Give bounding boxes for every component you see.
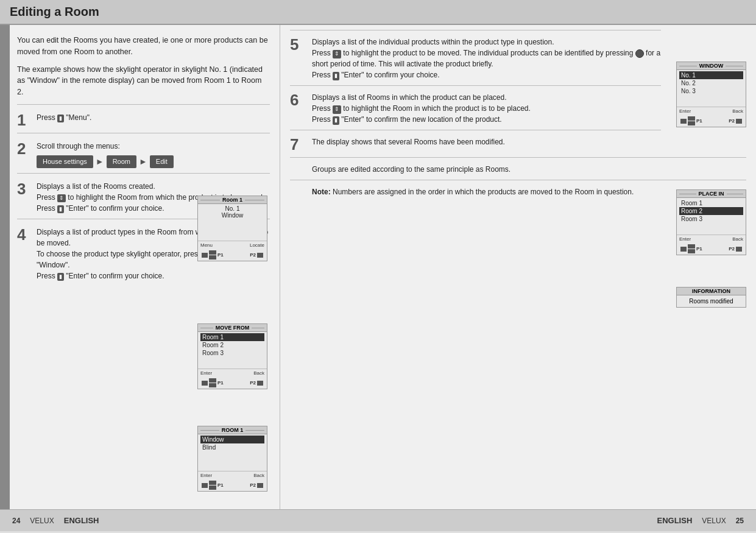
footer-left-lang: ENGLISH — [64, 516, 99, 525]
footer-right: ENGLISH VELUX 25 — [657, 516, 744, 525]
widget-window-ctrl-up[interactable] — [688, 116, 695, 121]
widget-room1-products-ctrl-updown — [209, 481, 216, 490]
groups-text: Groups are edited according to the same … — [312, 164, 746, 175]
widget-placein: PLACE IN Room 1 Room 2 Room 3 Enter Back — [676, 189, 746, 255]
widget-room1-products-p2-group: P2 — [250, 482, 263, 488]
widget-room1-titlebar: Room 1 — [198, 196, 267, 204]
right-panel: 5 Displays a list of the individual prod… — [280, 25, 756, 509]
left-accent-bar — [0, 25, 10, 509]
widget-movefrom-ctrl-left[interactable] — [202, 381, 208, 386]
widget-room1-products: ROOM 1 Window Blind Enter Back P1 — [197, 426, 267, 492]
widget-room1-line1: No. 1 — [200, 205, 264, 212]
step-3-btn-icon: ⇕ — [57, 194, 66, 203]
widget-room1-ctrl-right[interactable] — [257, 253, 263, 258]
widget-room1-btn-right: Locate — [250, 242, 264, 248]
widget-placein-ctrl-up[interactable] — [688, 244, 695, 249]
nav-arrow-1: ► — [96, 155, 104, 168]
left-panel: You can edit the Rooms you have created,… — [0, 25, 280, 509]
widget-window-p1-label: P1 — [696, 118, 702, 124]
widget-movefrom-ctrl-up[interactable] — [209, 378, 216, 383]
step-1-menu-key: ▮ — [57, 115, 64, 123]
footer-left-page: 24 — [12, 517, 20, 525]
step-1-content: Press ▮ "Menu". — [37, 112, 270, 123]
widget-window-ctrl-updown — [688, 116, 695, 125]
step-4-line3: Press ▮ "Enter" to confirm your choice. — [37, 270, 270, 281]
page-header: Editing a Room — [0, 0, 756, 25]
widget-room1-ctrl-up[interactable] — [209, 250, 216, 255]
groups-content: Groups are edited according to the same … — [312, 164, 746, 175]
widget-movefrom-item-0: Room 1 — [200, 333, 264, 341]
widget-placein-item-2: Room 3 — [679, 215, 743, 223]
footer-right-brand: VELUX — [702, 517, 726, 525]
step-5-btn-icon: ⇕ — [333, 50, 341, 58]
widget-movefrom-p2-label: P2 — [250, 380, 256, 386]
widget-room1-display: No. 1 Window — [198, 204, 267, 241]
widget-window-ctrl-left[interactable] — [680, 119, 687, 124]
widget-room1-products-ctrl-right[interactable] — [257, 483, 263, 488]
widget-movefrom-btn-right: Back — [253, 370, 264, 376]
widget-window-item-2: No. 3 — [679, 87, 743, 95]
nav-room: Room — [107, 155, 136, 168]
widget-window-ctrl-right[interactable] — [736, 119, 742, 124]
widget-room1-products-btn-right: Back — [253, 473, 264, 478]
widget-room1-products-ctrl-up[interactable] — [209, 481, 216, 485]
step-2-content: Scroll through the menus: House settings… — [37, 141, 270, 168]
widget-window: WINDOW No. 1 No. 2 No. 3 Enter Back P1 — [676, 62, 746, 127]
widget-window-titlebar: WINDOW — [677, 62, 746, 70]
step-1-number: 1 — [17, 112, 32, 128]
widget-room1-p2-group: P2 — [250, 252, 263, 258]
step-6-line2: Press ⇕ to highlight the Room in which t… — [312, 103, 661, 114]
widget-placein-ctrl-right[interactable] — [736, 247, 742, 252]
widget-window-btn-left: Enter — [679, 108, 691, 114]
footer-left: 24 VELUX ENGLISH — [12, 516, 99, 525]
widget-placein-p1-group: P1 — [680, 244, 702, 253]
step-3-line1: Displays a list of the Rooms created. — [37, 181, 270, 192]
widget-movefrom-ctrl-right[interactable] — [257, 381, 263, 386]
step-4-number: 4 — [17, 227, 32, 242]
widget-placein-title: PLACE IN — [696, 191, 727, 197]
step-6-content: Displays a list of Rooms in which the pr… — [312, 92, 661, 125]
step-5-line3: Press ▮ "Enter" to confirm your choice. — [312, 69, 661, 80]
step-1-text2: "Menu". — [66, 113, 91, 122]
step-6-line1: Displays a list of Rooms in which the pr… — [312, 92, 661, 103]
step-6-btn-icon: ⇕ — [333, 105, 341, 114]
widget-placein-titlebar: PLACE IN — [677, 190, 746, 198]
widget-window-item-0: No. 1 — [679, 71, 743, 79]
widget-placein-ctrl-down[interactable] — [688, 249, 695, 253]
widget-placein-ctrl-left[interactable] — [680, 247, 687, 252]
intro-paragraph-1: You can edit the Rooms you have created,… — [17, 35, 270, 58]
widget-room1-products-item-0: Window — [200, 436, 264, 443]
widget-room1-products-p1-group: P1 — [202, 481, 224, 490]
widget-room1-line2: Window — [200, 212, 264, 219]
step-5-section: 5 Displays a list of the individual prod… — [290, 30, 661, 85]
widget-room1-ctrl-left[interactable] — [202, 253, 208, 258]
step-3-enter-icon: ▮ — [57, 205, 64, 214]
step-3-number: 3 — [17, 181, 32, 197]
step-6-line3: Press ▮ "Enter" to confirm the new locat… — [312, 114, 661, 125]
widget-room1-products-btn-row: Enter Back — [198, 471, 267, 479]
groups-section: Groups are edited according to the same … — [290, 157, 746, 180]
widget-room1-products-ctrl-down[interactable] — [209, 485, 216, 490]
widget-room1-ctrl-down[interactable] — [209, 255, 216, 259]
main-layout: You can edit the Rooms you have created,… — [0, 25, 756, 509]
widget-placein-p2-group: P2 — [729, 246, 742, 252]
note-bold: Note: — [312, 188, 331, 196]
widget-room1-btn-left: Menu — [200, 242, 213, 248]
step-7-section: 7 The display shows that several Rooms h… — [290, 130, 661, 157]
step-1-text: Press — [37, 113, 57, 122]
widget-movefrom-ctrl-down[interactable] — [209, 383, 216, 387]
widget-window-title: WINDOW — [697, 63, 726, 69]
step-5-content: Displays a list of the individual produc… — [312, 37, 661, 80]
page-title: Editing a Room — [10, 5, 746, 19]
widget-info: INFORMATION Rooms modified — [676, 287, 746, 308]
widget-movefrom-ctrl-row: P1 P2 — [198, 377, 267, 389]
widget-room1-btn-row: Menu Locate — [198, 241, 267, 249]
widget-room1-products-btn-left: Enter — [200, 473, 212, 478]
widget-window-btn-right: Back — [732, 108, 743, 114]
widget-room1-ctrl-updown — [209, 250, 216, 259]
widget-movefrom-p1-group: P1 — [202, 378, 224, 387]
widget-window-ctrl-down[interactable] — [688, 121, 695, 125]
widget-room1-products-ctrl-left[interactable] — [202, 483, 208, 488]
footer-right-lang: ENGLISH — [657, 516, 692, 525]
footer-right-page: 25 — [736, 517, 744, 525]
